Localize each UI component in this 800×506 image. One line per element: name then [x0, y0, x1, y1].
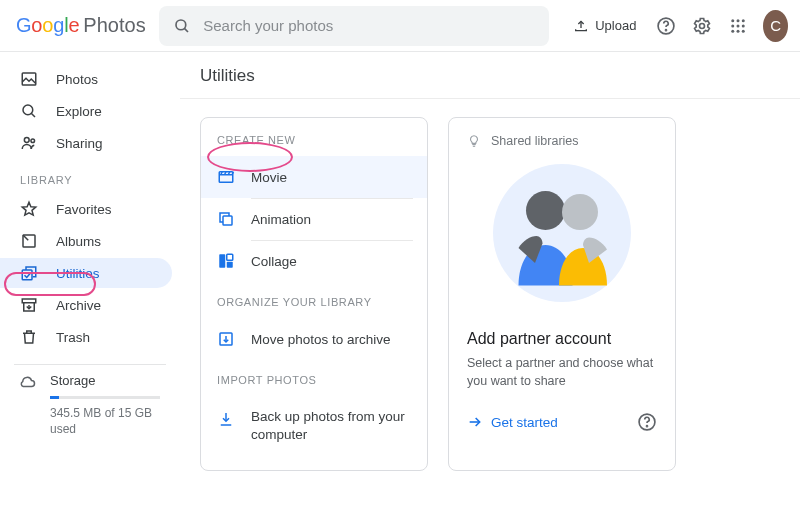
section-label: ORGANIZE YOUR LIBRARY: [201, 296, 427, 318]
download-icon: [217, 410, 235, 428]
sidebar-item-explore[interactable]: Explore: [0, 96, 172, 126]
sidebar-item-favorites[interactable]: Favorites: [0, 194, 172, 224]
section-label: IMPORT PHOTOS: [201, 374, 427, 396]
image-icon: [20, 70, 38, 88]
create-card: CREATE NEW Movie Animation: [200, 117, 428, 471]
avatar-letter: C: [770, 17, 781, 34]
apps-button[interactable]: [724, 8, 752, 44]
sidebar-item-archive[interactable]: Archive: [0, 290, 172, 320]
svg-rect-20: [22, 270, 32, 280]
album-icon: [20, 232, 38, 250]
people-icon: [20, 134, 38, 152]
organize-option-archive[interactable]: Move photos to archive: [201, 318, 427, 360]
apps-grid-icon: [729, 17, 747, 35]
svg-point-11: [731, 29, 734, 32]
app-header: Google Photos Upload: [0, 0, 800, 52]
sidebar-item-label: Albums: [56, 234, 101, 249]
partner-illustration: [467, 158, 657, 308]
get-started-label: Get started: [491, 415, 558, 430]
page-title: Utilities: [200, 66, 780, 86]
svg-point-10: [741, 24, 744, 27]
sidebar-item-utilities[interactable]: Utilities: [0, 258, 172, 288]
storage-block[interactable]: Storage 345.5 MB of 15 GB used: [0, 373, 180, 437]
partner-hint: Shared libraries: [491, 134, 579, 148]
utilities-icon: [20, 264, 38, 282]
settings-button[interactable]: [688, 8, 716, 44]
svg-point-5: [731, 19, 734, 22]
sidebar-item-photos[interactable]: Photos: [0, 64, 172, 94]
create-option-collage[interactable]: Collage: [201, 240, 427, 282]
main-content: Utilities CREATE NEW Movie Animation: [180, 52, 800, 506]
svg-point-29: [526, 191, 565, 230]
account-avatar[interactable]: C: [763, 10, 788, 42]
svg-point-6: [736, 19, 739, 22]
svg-point-32: [647, 426, 648, 427]
svg-point-13: [741, 29, 744, 32]
create-option-animation[interactable]: Animation: [201, 198, 427, 240]
star-icon: [20, 200, 38, 218]
storage-bar: [50, 396, 160, 399]
get-started-button[interactable]: Get started: [467, 414, 558, 430]
arrow-right-icon: [467, 414, 483, 430]
storage-detail: 345.5 MB of 15 GB used: [50, 405, 160, 437]
sidebar-item-label: Favorites: [56, 202, 112, 217]
create-option-movie[interactable]: Movie: [201, 156, 427, 198]
upload-label: Upload: [595, 18, 636, 33]
search-bar[interactable]: [159, 6, 549, 46]
cloud-icon: [18, 373, 36, 391]
collage-icon: [217, 252, 235, 270]
archive-icon: [20, 296, 38, 314]
svg-rect-24: [219, 254, 225, 268]
sidebar-item-label: Explore: [56, 104, 102, 119]
svg-rect-23: [223, 216, 232, 225]
sidebar-item-albums[interactable]: Albums: [0, 226, 172, 256]
option-label: Collage: [251, 254, 297, 269]
logo[interactable]: Google Photos: [12, 14, 151, 37]
option-label: Back up photos from your computer: [251, 408, 411, 444]
partner-subtitle: Select a partner and choose what you wan…: [467, 354, 657, 390]
archive-move-icon: [217, 330, 235, 348]
svg-point-8: [731, 24, 734, 27]
sidebar-item-trash[interactable]: Trash: [0, 322, 172, 352]
sidebar-section-label: LIBRARY: [0, 160, 180, 192]
sidebar-item-label: Photos: [56, 72, 98, 87]
svg-point-12: [736, 29, 739, 32]
gear-icon: [692, 16, 712, 36]
sidebar-item-sharing[interactable]: Sharing: [0, 128, 172, 158]
svg-rect-21: [22, 299, 36, 303]
search-icon: [173, 17, 191, 35]
help-button[interactable]: [652, 8, 680, 44]
svg-line-1: [185, 28, 189, 32]
help-icon: [656, 16, 676, 36]
svg-point-30: [562, 194, 598, 230]
help-icon[interactable]: [637, 412, 657, 432]
svg-point-0: [176, 20, 186, 30]
partner-hint-row: Shared libraries: [467, 134, 657, 148]
bulb-icon: [467, 134, 481, 148]
option-label: Move photos to archive: [251, 332, 391, 347]
upload-button[interactable]: Upload: [565, 12, 644, 40]
partner-title: Add partner account: [467, 330, 657, 348]
svg-point-17: [24, 138, 29, 143]
sidebar-item-label: Trash: [56, 330, 90, 345]
option-label: Movie: [251, 170, 287, 185]
svg-rect-25: [227, 254, 233, 260]
animation-icon: [217, 210, 235, 228]
svg-rect-26: [227, 262, 233, 268]
sidebar-item-label: Sharing: [56, 136, 103, 151]
svg-point-9: [736, 24, 739, 27]
partner-card: Shared libraries Add par: [448, 117, 676, 471]
import-option-backup[interactable]: Back up photos from your computer: [201, 396, 427, 456]
sidebar-item-label: Utilities: [56, 266, 100, 281]
search-input[interactable]: [201, 16, 535, 35]
option-label: Animation: [251, 212, 311, 227]
product-name: Photos: [83, 14, 145, 37]
svg-point-18: [31, 139, 35, 143]
sidebar: Photos Explore Sharing LIBRARY Favorites: [0, 52, 180, 506]
google-wordmark: Google: [16, 14, 79, 37]
movie-icon: [217, 168, 235, 186]
section-label: CREATE NEW: [201, 134, 427, 156]
divider: [14, 364, 166, 365]
sidebar-item-label: Archive: [56, 298, 101, 313]
upload-icon: [573, 18, 589, 34]
